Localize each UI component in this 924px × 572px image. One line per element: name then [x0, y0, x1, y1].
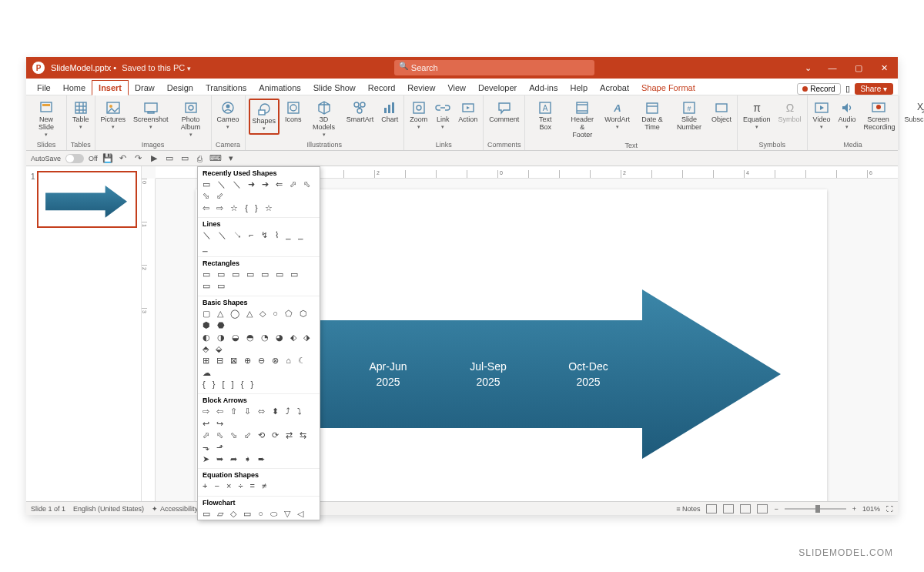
shape-icons[interactable]: ▢ △ ◯ △ ◇ ○ ⬠ ⬡ ⬢ ⬣◐ ◑ ◒ ◓ ◔ ◕ ⬖ ⬗ ⬘ ⬙⊞ … — [203, 308, 315, 391]
screenshot-button[interactable]: Screenshot — [131, 99, 171, 132]
shape-icons[interactable]: ▭ ▱ ◇ ▭ ○ ⬭ ▽ ◁ ▷ ⬠○ ⬛ ▽ △ ⬢ ⬣ ⊗ ⊕ ◐ ◑⬭ … — [203, 508, 315, 520]
text-box-button[interactable]: ATextBox — [528, 99, 562, 133]
comment-button[interactable]: Comment — [487, 99, 521, 125]
svg-rect-37 — [647, 103, 658, 113]
tab-shape-format[interactable]: Shape Format — [635, 81, 701, 95]
zoom-slider[interactable] — [785, 508, 846, 510]
tab-insert[interactable]: Insert — [92, 80, 129, 95]
object-button[interactable]: Object — [709, 99, 734, 125]
photo-album-button[interactable]: PhotoAlbum — [174, 99, 208, 139]
tab-file[interactable]: File — [31, 81, 57, 95]
table-button[interactable]: Table — [70, 99, 92, 132]
share-button[interactable]: Share — [855, 83, 893, 95]
slide-sorter-view-icon[interactable] — [723, 504, 734, 513]
equation-button[interactable]: πEquation — [741, 99, 773, 132]
tab-review[interactable]: Review — [401, 81, 441, 95]
svg-rect-33 — [577, 102, 588, 113]
search-box[interactable] — [394, 60, 594, 75]
subscript-button[interactable]: X2Subscript — [902, 99, 925, 125]
zoom-button[interactable]: Zoom — [407, 99, 430, 132]
tab-transitions[interactable]: Transitions — [199, 81, 253, 95]
maximize-button[interactable]: ▢ — [845, 57, 872, 79]
shape-icons[interactable]: ⇨ ⇦ ⇧ ⇩ ⬄ ⬍ ⤴ ⤵ ↩ ↪⬀ ⬁ ⬂ ⬃ ⟲ ⟳ ⇄ ⇆ ⬎ ⬏➤ … — [203, 406, 315, 465]
tab-acrobat[interactable]: Acrobat — [594, 81, 635, 95]
shapes-section-recently-used-shapes: Recently Used Shapes▭ ＼ ＼ ➜ ➔ ⇐ ⬀ ⬁ ⬂ ⬃⇦… — [198, 167, 320, 218]
link-button[interactable]: Link — [433, 99, 453, 132]
chart-button[interactable]: Chart — [379, 99, 400, 125]
tab-view[interactable]: View — [441, 81, 472, 95]
zoom-icon — [411, 100, 427, 115]
qat-item-icon[interactable]: ▭ — [179, 153, 190, 164]
tab-help[interactable]: Help — [564, 81, 594, 95]
ribbon-group-images: PicturesScreenshotPhotoAlbumImages — [95, 95, 212, 150]
minimize-button[interactable]: — — [819, 57, 845, 79]
tab-home[interactable]: Home — [57, 81, 92, 95]
undo-icon[interactable]: ↶ — [118, 153, 129, 164]
tab-animations[interactable]: Animations — [253, 81, 306, 95]
language-indicator[interactable]: English (United States) — [73, 505, 144, 513]
record-button[interactable]: Record — [797, 83, 840, 95]
3d-models-button[interactable]: 3DModels — [307, 99, 341, 139]
screen-recording-button[interactable]: ScreenRecording — [862, 99, 896, 133]
tab-draw[interactable]: Draw — [129, 81, 161, 95]
smartart-button[interactable]: SmartArt — [344, 99, 377, 125]
shape-icons[interactable]: ＼ ＼ ↘ ⌐ ↯ ⌇ ⎯ ⎯ ⎯ — [203, 229, 315, 253]
tab-design[interactable]: Design — [161, 81, 199, 95]
slide-number-button[interactable]: #SlideNumber — [672, 99, 706, 133]
text-box-icon: A — [537, 100, 553, 115]
audio-button[interactable]: Audio — [835, 99, 858, 132]
slide-thumbnail-1[interactable] — [37, 171, 137, 228]
shapes-button[interactable]: Shapes — [249, 99, 280, 135]
new-slide-button[interactable]: NewSlide — [29, 99, 63, 139]
pictures-button[interactable]: Pictures — [99, 99, 129, 132]
svg-text:Ω: Ω — [785, 102, 793, 114]
zoom-in-button[interactable]: + — [852, 505, 856, 513]
cameo-button[interactable]: Cameo — [215, 99, 242, 132]
shape-icons[interactable]: + − × ÷ = ≠ — [203, 480, 315, 492]
svg-rect-11 — [186, 103, 196, 112]
ribbon-options-icon[interactable]: ▯ — [845, 84, 850, 94]
reading-view-icon[interactable] — [740, 504, 751, 513]
search-input[interactable] — [394, 60, 594, 75]
zoom-level[interactable]: 101% — [862, 505, 880, 513]
svg-point-18 — [290, 105, 296, 111]
qat-item-icon[interactable]: ⌨ — [210, 153, 221, 164]
timeline-range: Oct-Dec — [568, 360, 608, 373]
save-icon[interactable]: 💾 — [102, 153, 113, 164]
autosave-toggle[interactable] — [65, 154, 84, 163]
qat-item-icon[interactable]: ▭ — [164, 153, 175, 164]
video-button[interactable]: Video — [811, 99, 833, 132]
tab-slide-show[interactable]: Slide Show — [307, 81, 362, 95]
header-footer-button[interactable]: Header &Footer — [565, 99, 599, 141]
tab-add-ins[interactable]: Add-ins — [523, 81, 564, 95]
tab-developer[interactable]: Developer — [472, 81, 523, 95]
action-button[interactable]: Action — [456, 99, 480, 125]
shapes-icon — [256, 102, 272, 117]
date-time-button[interactable]: Date &Time — [635, 99, 669, 133]
svg-rect-2 — [75, 102, 86, 113]
save-status[interactable]: Saved to this PC — [122, 63, 190, 72]
qat-item-icon[interactable]: ⎙ — [195, 153, 206, 164]
zoom-out-button[interactable]: − — [774, 505, 778, 513]
qat-dropdown-icon[interactable]: ▾ — [226, 153, 236, 164]
slideshow-view-icon[interactable] — [757, 504, 768, 513]
ribbon-group-illustrations: ShapesIcons3DModelsSmartArtChartIllustra… — [246, 95, 405, 150]
close-button[interactable]: ✕ — [872, 57, 898, 79]
fit-to-window-icon[interactable]: ⛶ — [886, 505, 893, 513]
svg-rect-27 — [413, 102, 424, 113]
svg-point-47 — [876, 105, 881, 109]
watermark: SLIDEMODEL.COM — [798, 547, 893, 558]
shape-icons[interactable]: ▭ ▭ ▭ ▭ ▭ ▭ ▭ ▭ ▭ — [203, 269, 315, 293]
start-slideshow-icon[interactable]: ▶ — [149, 153, 159, 164]
tab-record[interactable]: Record — [362, 81, 401, 95]
redo-icon[interactable]: ↷ — [133, 153, 144, 164]
shapes-dropdown-menu[interactable]: Recently Used Shapes▭ ＼ ＼ ➜ ➔ ⇐ ⬀ ⬁ ⬂ ⬃⇦… — [197, 166, 320, 520]
ribbon-display-icon[interactable]: ⌄ — [798, 63, 819, 73]
svg-rect-41 — [716, 104, 727, 112]
wordart-button[interactable]: AWordArt — [602, 99, 632, 132]
icons-button[interactable]: Icons — [283, 99, 304, 125]
notes-button[interactable]: ≡ Notes — [676, 505, 700, 513]
shape-icons[interactable]: ▭ ＼ ＼ ➜ ➔ ⇐ ⬀ ⬁ ⬂ ⬃⇦ ⇨ ☆ { } ☆ — [203, 179, 315, 214]
normal-view-icon[interactable] — [706, 504, 717, 513]
slide-thumbnail-pane[interactable] — [26, 166, 142, 501]
